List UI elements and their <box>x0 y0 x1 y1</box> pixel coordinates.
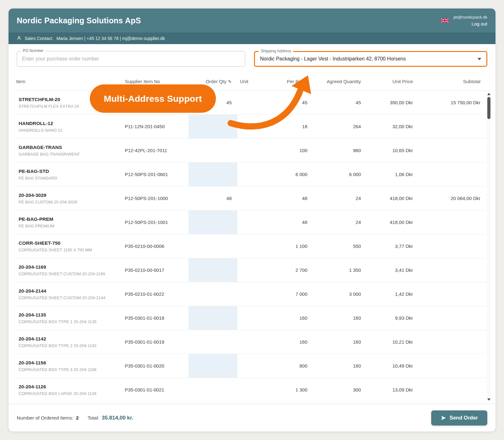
item-name: GARBAGE-TRANS <box>19 145 122 150</box>
send-order-button[interactable]: Send Order <box>431 410 487 426</box>
order-qty-cell[interactable] <box>188 354 237 378</box>
per-pallet-cell: 800 <box>269 363 313 369</box>
item-description: HANDROLLS NANO 12 <box>19 128 122 133</box>
table-row: GARBAGE-TRANS GARBAGE BAG TRANSPARENT P1… <box>14 139 490 163</box>
po-number-input[interactable] <box>22 56 240 62</box>
table-row: 20-204-1135 CORRUGATED BOX TYPE 1 20-204… <box>14 306 490 330</box>
per-pallet-cell: 1 100 <box>269 243 313 249</box>
shipping-address-label: Shipping Address <box>259 49 293 53</box>
shipping-address-value: Nordic Packaging - Lager Vest - Industri… <box>260 56 474 62</box>
chevron-down-icon <box>478 58 481 60</box>
agreed-quantity-cell: 24 <box>313 220 367 225</box>
item-description: CORRUGATED SHEET CUSTOM 20-204-2144 <box>19 295 122 300</box>
language-flag-icon[interactable] <box>441 18 449 23</box>
unit-price-cell: 418,00 Dkr <box>367 220 419 225</box>
item-cell: GARBAGE-TRANS GARBAGE BAG TRANSPARENT <box>14 145 122 157</box>
agreed-quantity-cell: 300 <box>313 387 367 392</box>
unit-price-cell: 3,41 Dkr <box>367 267 419 273</box>
item-cell: 20-204-1126 CORRUGATED BOX LARGE 20-204-… <box>14 384 122 396</box>
supplier-item-no-cell: P35-0301-01-0021 <box>122 387 188 392</box>
table-header-row: Item Supplier Item No Order Qty✎ Unit Pe… <box>14 72 490 91</box>
unit-price-cell: 350,00 Dkr <box>367 100 419 105</box>
logout-link[interactable]: Log out <box>472 21 487 26</box>
shipping-address-select[interactable]: Shipping Address Nordic Packaging - Lage… <box>254 51 487 67</box>
per-pallet-cell: 6 000 <box>269 172 313 177</box>
supplier-item-no-cell: P11-12N-201-0450 <box>122 124 188 129</box>
table-row: CORR-SHEET-750 CORRUGATED SHEET 1150 X 7… <box>14 234 490 258</box>
person-icon <box>17 36 21 41</box>
agreed-quantity-cell: 6 000 <box>313 172 367 177</box>
per-pallet-cell: 18 <box>269 124 313 129</box>
order-qty-cell[interactable] <box>188 258 237 282</box>
per-pallet-cell: 100 <box>269 148 313 153</box>
item-name: CORR-SHEET-750 <box>19 240 122 246</box>
sales-contact-value: Maria Jensen | +45 12 34 56 78 | mj@demo… <box>56 36 165 41</box>
order-qty-cell[interactable]: 48 <box>188 186 237 210</box>
table-row: 20-204-1156 CORRUGATED BOX TYPE 3 20-204… <box>14 354 490 378</box>
agreed-quantity-cell: 550 <box>313 243 367 249</box>
order-qty-cell[interactable] <box>188 163 237 186</box>
agreed-quantity-cell: 45 <box>313 100 367 105</box>
item-description: CORRUGATED BOX TYPE 1 20-204-1135 <box>19 319 122 324</box>
item-cell: 20-204-2144 CORRUGATED SHEET CUSTOM 20-2… <box>14 288 122 300</box>
unit-price-cell: 10,65 Dkr <box>367 148 419 153</box>
item-cell: 20-204-1135 CORRUGATED BOX TYPE 1 20-204… <box>14 312 122 324</box>
subtotal-cell: 15 750,00 Dkr <box>419 100 486 105</box>
po-number-field[interactable]: PO Number <box>17 51 245 67</box>
order-qty-cell[interactable] <box>188 330 237 354</box>
supplier-item-no-cell: P35-0301-01-0018 <box>122 315 188 321</box>
item-cell: 20-204-1169 CORRUGATED SHEET CUSTOM 20-2… <box>14 264 122 276</box>
per-pallet-cell: 48 <box>269 220 313 225</box>
scrollbar-thumb[interactable] <box>487 97 490 119</box>
order-form-row: PO Number Shipping Address Nordic Packag… <box>9 44 495 72</box>
order-qty-cell[interactable] <box>188 306 237 330</box>
table-row: PE-BAG-STD PE BAG STANDARD P12-50PS-201-… <box>14 163 490 186</box>
scroll-up-button[interactable] <box>487 91 491 96</box>
order-qty-cell[interactable] <box>188 115 237 138</box>
order-qty-cell[interactable]: 45 <box>188 91 237 114</box>
app-title: Nordic Packaging Solutions ApS <box>17 16 141 25</box>
table-row: 20-204-1126 CORRUGATED BOX LARGE 20-204-… <box>14 378 490 402</box>
table-row: 20-204-3029 PE BAG CUSTOM 20-204-3029 P1… <box>14 186 490 210</box>
supplier-item-no-cell: P12-42PL-201-7011 <box>122 148 188 153</box>
item-name: 20-204-2144 <box>19 288 122 294</box>
app-header: Nordic Packaging Solutions ApS pb@nordic… <box>9 9 495 32</box>
total-value: 35.814,00 kr. <box>102 415 133 421</box>
table-row: 20-204-1142 CORRUGATED BOX TYPE 2 20-204… <box>14 330 490 354</box>
per-pallet-cell: 45 <box>269 100 313 105</box>
item-description: GARBAGE BAG TRANSPARENT <box>19 152 122 157</box>
item-name: HANDROLL-12 <box>19 121 122 126</box>
unit-price-cell: 13,09 Dkr <box>367 387 419 392</box>
item-description: CORRUGATED BOX TYPE 2 20-204-1142 <box>19 343 122 348</box>
send-icon <box>441 415 446 421</box>
pencil-icon: ✎ <box>228 79 232 84</box>
per-pallet-cell: 160 <box>269 315 313 321</box>
item-name: STRETCHFILM-20 <box>19 97 122 102</box>
item-description: CORRUGATED BOX TYPE 3 20-204-1156 <box>19 367 122 372</box>
table-scrollbar[interactable] <box>487 91 491 402</box>
col-agreed-quantity: Agreed Quantity <box>313 79 367 84</box>
item-name: 20-204-1156 <box>19 360 122 366</box>
item-description: PE BAG STANDARD <box>19 176 122 180</box>
order-qty-cell[interactable] <box>188 234 237 258</box>
unit-price-cell: 32,00 Dkr <box>367 124 419 129</box>
item-cell: CORR-SHEET-750 CORRUGATED SHEET 1150 X 7… <box>14 240 122 252</box>
order-totals: Number of Ordered Items: 2 Total: 35.814… <box>17 415 133 421</box>
item-name: PE-BAG-PREM <box>19 216 122 222</box>
scroll-down-button[interactable] <box>487 397 491 402</box>
supplier-item-no-cell: P12-50PS-201-1000 <box>122 196 188 201</box>
order-qty-cell[interactable] <box>188 282 237 306</box>
order-qty-cell[interactable] <box>188 210 237 234</box>
item-cell: HANDROLL-12 HANDROLLS NANO 12 <box>14 121 122 133</box>
item-cell: STRETCHFILM-20 STRETCHFILM FLEX EXTRA 20 <box>14 97 122 109</box>
item-cell: PE-BAG-STD PE BAG STANDARD <box>14 169 122 180</box>
order-qty-cell[interactable] <box>188 378 237 402</box>
item-description: STRETCHFILM FLEX EXTRA 20 <box>19 104 122 109</box>
supplier-item-no-cell: P35-0301-01-0019 <box>122 339 188 345</box>
order-qty-cell[interactable] <box>188 139 237 162</box>
item-name: PE-BAG-STD <box>19 169 122 174</box>
sales-contact-label: Sales Contact: <box>25 36 53 41</box>
order-table: Item Supplier Item No Order Qty✎ Unit Pe… <box>9 72 495 404</box>
agreed-quantity-cell: 24 <box>313 196 367 201</box>
unit-price-cell: 1,06 Dkr <box>367 172 419 177</box>
